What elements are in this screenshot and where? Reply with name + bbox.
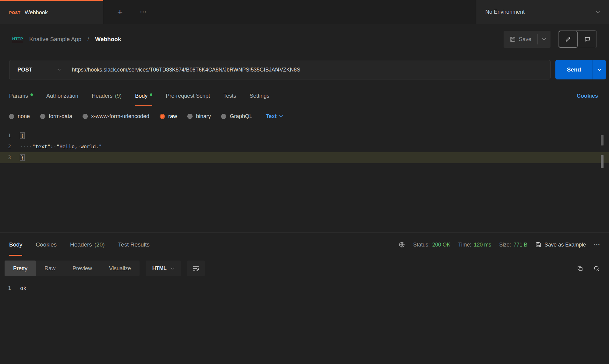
tab-label: Settings (250, 93, 269, 99)
chevron-down-icon (596, 11, 600, 13)
radio-icon (83, 114, 88, 119)
view-raw-button[interactable]: Raw (36, 261, 64, 276)
line-number: 2 (0, 141, 20, 152)
response-time: Time: 120 ms (458, 242, 491, 248)
comments-button[interactable] (578, 31, 597, 48)
language-selector[interactable]: Text (266, 113, 283, 120)
save-button-label: Save (519, 36, 531, 43)
save-button[interactable]: Save (504, 31, 537, 48)
mode-label: raw (168, 113, 177, 120)
bracket-highlight: { (20, 133, 24, 138)
mode-label: binary (196, 113, 211, 120)
size-value: 771 B (513, 242, 527, 248)
save-as-example-button[interactable]: Save as Example (535, 242, 586, 248)
tab-label: Headers (70, 241, 92, 248)
request-header-actions: Save (504, 30, 597, 48)
edit-request-button[interactable] (559, 31, 578, 48)
save-icon (535, 242, 541, 248)
mode-label: none (18, 113, 30, 120)
search-button[interactable] (593, 265, 600, 272)
radio-checked-icon (160, 114, 165, 119)
scrollbar-mark[interactable] (601, 135, 604, 145)
green-dot-icon (150, 93, 152, 96)
mode-label: GraphQL (230, 113, 252, 120)
response-toolbar-right (577, 265, 600, 272)
response-more-button[interactable]: ••• (594, 243, 600, 247)
tab-label: Body (135, 93, 147, 99)
body-mode-none[interactable]: none (9, 113, 30, 120)
request-body-editor[interactable]: 1 { 2 ····"text":·"Hello,·world." 3 } (0, 126, 609, 233)
comment-icon (584, 36, 590, 42)
tab-label: Test Results (118, 241, 150, 248)
tab-pre-request-script[interactable]: Pre-request Script (166, 86, 210, 106)
response-tab-test-results[interactable]: Test Results (118, 234, 150, 256)
tab-authorization[interactable]: Authorization (46, 86, 78, 106)
save-options-button[interactable] (538, 31, 551, 48)
response-view-group: Pretty Raw Preview Visualize (5, 261, 140, 276)
url-input[interactable] (69, 67, 550, 73)
send-button[interactable]: Send (555, 60, 593, 79)
code-line: 2 ····"text":·"Hello,·world." (0, 141, 609, 152)
response-tab-headers[interactable]: Headers (20) (70, 234, 105, 256)
breadcrumb-collection[interactable]: Knative Sample App (29, 36, 81, 43)
radio-icon (9, 114, 14, 119)
more-tabs-button[interactable]: ••• (139, 10, 149, 15)
response-tab-cookies[interactable]: Cookies (36, 234, 57, 256)
network-icon[interactable] (398, 241, 405, 248)
tab-settings[interactable]: Settings (250, 86, 269, 106)
tab-label: Cookies (36, 241, 57, 248)
request-tab-webhook[interactable]: POST Webhook (0, 0, 103, 24)
method-selector[interactable]: POST (9, 67, 69, 73)
breadcrumb-request-name[interactable]: Webhook (95, 36, 121, 43)
tab-headers[interactable]: Headers (9) (92, 86, 122, 106)
wrap-lines-button[interactable] (187, 261, 205, 276)
tab-count: (9) (115, 93, 122, 99)
chevron-down-icon (598, 68, 601, 71)
request-header: HTTP Knative Sample App / Webhook Save (0, 24, 609, 54)
save-button-group: Save (504, 31, 551, 48)
response-section: Body Cookies Headers (20) Test Results S… (0, 233, 609, 294)
body-mode-urlencoded[interactable]: x-www-form-urlencoded (83, 113, 149, 120)
view-visualize-button[interactable]: Visualize (101, 261, 140, 276)
line-number: 1 (0, 282, 20, 294)
tab-tests[interactable]: Tests (223, 86, 236, 106)
view-pretty-button[interactable]: Pretty (5, 261, 36, 276)
url-box: POST (9, 60, 551, 79)
body-mode-form-data[interactable]: form-data (40, 113, 72, 120)
send-options-button[interactable] (593, 60, 606, 79)
text-wrap-icon (193, 266, 199, 271)
format-selector[interactable]: HTML (146, 261, 181, 276)
response-body-text: ok (20, 282, 26, 294)
chevron-down-icon (171, 267, 174, 270)
response-tab-body[interactable]: Body (9, 234, 22, 256)
environment-selector[interactable]: No Environment (476, 0, 609, 24)
new-tab-button[interactable]: + (115, 7, 125, 17)
send-button-group: Send (555, 60, 606, 79)
view-preview-button[interactable]: Preview (64, 261, 101, 276)
tab-label: Body (9, 241, 22, 248)
url-row: POST Send (0, 54, 609, 85)
line-number: 3 (0, 152, 20, 163)
copy-button[interactable] (577, 265, 583, 271)
response-meta: Status: 200 OK Time: 120 ms Size: 771 B … (398, 241, 600, 248)
tab-title: Webhook (25, 9, 48, 16)
chevron-down-icon (279, 115, 283, 117)
response-status: Status: 200 OK (413, 242, 450, 248)
body-mode-raw[interactable]: raw (160, 113, 177, 120)
mode-label: form-data (49, 113, 72, 120)
radio-icon (187, 114, 193, 119)
scrollbar-cursor-mark[interactable] (601, 155, 604, 168)
status-value: 200 OK (432, 242, 450, 248)
breadcrumb-separator: / (87, 36, 89, 43)
body-mode-graphql[interactable]: GraphQL (221, 113, 252, 120)
body-mode-binary[interactable]: binary (187, 113, 211, 120)
tab-label: Headers (92, 93, 112, 99)
body-mode-row: none form-data x-www-form-urlencoded raw… (0, 107, 609, 126)
cookies-link[interactable]: Cookies (577, 93, 598, 99)
code-line-current: 3 } (0, 152, 609, 163)
response-body-line[interactable]: 1 ok (0, 282, 609, 294)
chevron-down-icon (542, 38, 546, 40)
tab-body[interactable]: Body (135, 86, 152, 106)
tab-params[interactable]: Params (9, 86, 33, 106)
tab-method-badge: POST (9, 10, 20, 15)
